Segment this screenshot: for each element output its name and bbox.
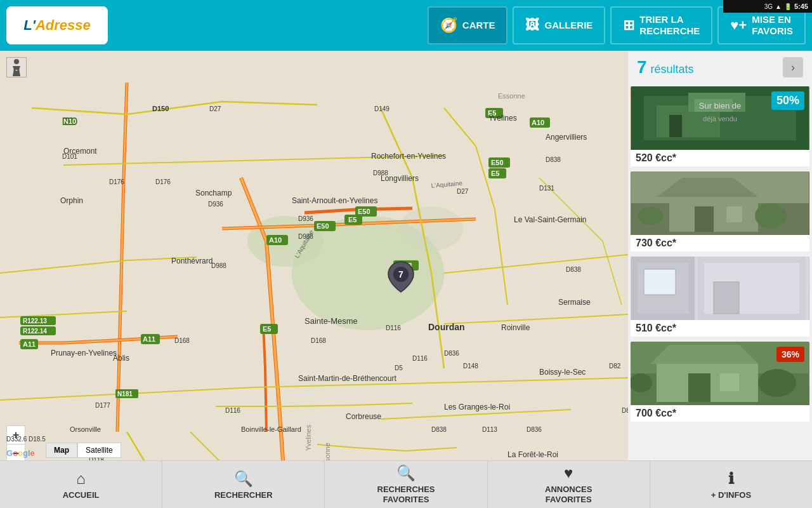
svg-text:Ablis: Ablis — [113, 354, 129, 363]
signal-bars: ▲ — [775, 3, 782, 10]
compass-icon: 🧭 — [440, 17, 457, 34]
trier-button[interactable]: ⊞ TRIER LARECHERCHE — [610, 6, 712, 44]
carte-label: CARTE — [462, 20, 495, 31]
home-icon: ⌂ — [76, 470, 86, 488]
svg-text:D27: D27 — [209, 105, 221, 112]
svg-text:D131: D131 — [539, 185, 554, 192]
google-logo: Google — [6, 448, 35, 458]
listing-price-3: 510 €cc* — [631, 320, 809, 337]
svg-text:E5: E5 — [263, 325, 271, 333]
svg-text:Saint-Martin-de-Bréthencourt: Saint-Martin-de-Bréthencourt — [298, 374, 396, 383]
svg-text:R122.14: R122.14 — [23, 328, 47, 335]
pin-number: 7 — [398, 269, 403, 279]
map-type-controls: Map Satellite — [46, 443, 121, 458]
results-label: résultats — [651, 63, 694, 76]
svg-text:D988: D988 — [298, 233, 313, 240]
plus-dinfos-button[interactable]: ℹ + D'INFOS — [650, 461, 812, 508]
svg-text:D150: D150 — [152, 105, 169, 112]
coords-label: D332.6 D18.5 — [6, 436, 46, 443]
svg-rect-130 — [644, 269, 676, 295]
svg-point-3 — [400, 206, 463, 251]
carte-button[interactable]: 🧭 CARTE — [428, 6, 508, 44]
battery-icon: 🔋 — [784, 3, 792, 10]
plus-dinfos-label: + D'INFOS — [711, 490, 751, 500]
rechercher-button[interactable]: 🔍 RECHERCHER — [162, 461, 325, 508]
svg-point-138 — [758, 369, 796, 397]
svg-text:D149: D149 — [374, 105, 390, 112]
svg-point-124 — [638, 206, 663, 225]
gallerie-button[interactable]: 🖼 GALLERIE — [513, 6, 605, 44]
svg-text:Rochefort-en-Yvelines: Rochefort-en-Yvelines — [371, 152, 446, 161]
mise-label: MISE ENFAVORIS — [752, 14, 793, 37]
results-nav-button[interactable]: › — [783, 57, 803, 77]
svg-text:Prunay-en-Yvelines: Prunay-en-Yvelines — [51, 349, 117, 358]
clock: 5:45 — [794, 3, 808, 10]
svg-rect-137 — [720, 373, 739, 391]
listing-card-2[interactable]: 730 €cc* — [631, 171, 809, 251]
listing-price-4: 700 €cc* — [631, 405, 809, 422]
svg-text:Yvelines: Yvelines — [304, 425, 312, 451]
svg-text:D5: D5 — [395, 364, 403, 371]
svg-text:D101: D101 — [62, 153, 77, 160]
svg-text:D936: D936 — [208, 201, 223, 208]
header: L'Adresse 🧭 CARTE 🖼 GALLERIE ⊞ TRIER LAR… — [0, 0, 812, 51]
svg-text:D988: D988 — [211, 262, 226, 269]
svg-text:Ponthévrard: Ponthévrard — [171, 257, 213, 265]
search-icon: 🔍 — [234, 470, 253, 488]
logo: L'Adresse — [6, 6, 108, 44]
heart-icon: ♥ — [564, 464, 573, 482]
annonces-favorites-label: ANNONCESFAVORITES — [545, 485, 592, 504]
bottom-nav: ⌂ ACCUEIL 🔍 RECHERCHER 🔍 RECHERCHESFAVOR… — [0, 460, 812, 508]
network-indicator: 3G — [764, 3, 773, 10]
annonces-favorites-button[interactable]: ♥ ANNONCESFAVORITES — [488, 461, 650, 508]
svg-text:A11: A11 — [143, 335, 155, 343]
svg-text:D113: D113 — [482, 426, 497, 433]
svg-text:D176: D176 — [155, 178, 171, 185]
satellite-button[interactable]: Satellite — [77, 443, 121, 458]
svg-text:D116: D116 — [225, 407, 240, 414]
svg-text:D176: D176 — [109, 178, 124, 185]
svg-text:La Forêt-le-Roi: La Forêt-le-Roi — [508, 450, 558, 459]
svg-text:D838: D838 — [431, 426, 447, 433]
svg-text:Saint-Arnoult-en-Yvelines: Saint-Arnoult-en-Yvelines — [292, 196, 377, 205]
sort-icon: ⊞ — [623, 17, 634, 34]
map-container[interactable]: D150 N10 N10 D27 D149 E5 E50 A10 E50 E5 … — [0, 51, 628, 460]
listing-badge-4: 36% — [776, 347, 804, 362]
listing-card-4[interactable]: 36% 700 €cc* — [631, 342, 809, 422]
listing-price-1: 520 €cc* — [631, 150, 809, 166]
recherches-favorites-button[interactable]: 🔍 RECHERCHESFAVORITES — [325, 461, 487, 508]
accueil-button[interactable]: ⌂ ACCUEIL — [0, 461, 162, 508]
svg-text:Angervilliers: Angervilliers — [546, 133, 587, 142]
svg-text:Orphin: Orphin — [60, 196, 83, 205]
listing-price-2: 730 €cc* — [631, 235, 809, 251]
search-heart-icon: 🔍 — [396, 464, 416, 482]
svg-text:Dourdan: Dourdan — [428, 322, 465, 332]
svg-text:Roinville: Roinville — [501, 323, 530, 332]
svg-point-123 — [755, 203, 787, 229]
svg-text:E50: E50 — [358, 208, 370, 215]
svg-text:Sonchamp: Sonchamp — [195, 189, 232, 197]
svg-text:D116: D116 — [386, 324, 401, 331]
listing-card-3[interactable]: 510 €cc* — [631, 257, 809, 337]
svg-rect-136 — [688, 373, 710, 402]
svg-text:Sainte-Mesme: Sainte-Mesme — [304, 316, 358, 326]
heart-plus-icon: ♥+ — [730, 17, 747, 34]
street-view-button[interactable] — [6, 57, 27, 77]
svg-text:E50: E50 — [491, 159, 504, 166]
svg-rect-131 — [714, 282, 739, 314]
listing-image-1: Sur bien de déjà vendu 50% — [631, 86, 809, 150]
listing-badge-1: 50% — [771, 91, 804, 110]
listing-card-1[interactable]: Sur bien de déjà vendu 50% 520 €cc* — [631, 86, 809, 166]
svg-text:D838: D838 — [566, 266, 581, 273]
rechercher-label: RECHERCHER — [214, 490, 273, 500]
svg-text:A11: A11 — [23, 340, 36, 348]
svg-text:N181: N181 — [117, 391, 133, 398]
svg-text:Sermaise: Sermaise — [558, 298, 591, 307]
map-background: D150 N10 N10 D27 D149 E5 E50 A10 E50 E5 … — [0, 51, 628, 460]
map-button[interactable]: Map — [46, 443, 77, 458]
svg-text:E5: E5 — [491, 170, 499, 177]
map-pin[interactable]: 7 — [387, 260, 415, 293]
svg-text:A10: A10 — [269, 236, 282, 244]
map-svg: D150 N10 N10 D27 D149 E5 E50 A10 E50 E5 … — [0, 51, 628, 460]
listing-image-3 — [631, 257, 809, 320]
